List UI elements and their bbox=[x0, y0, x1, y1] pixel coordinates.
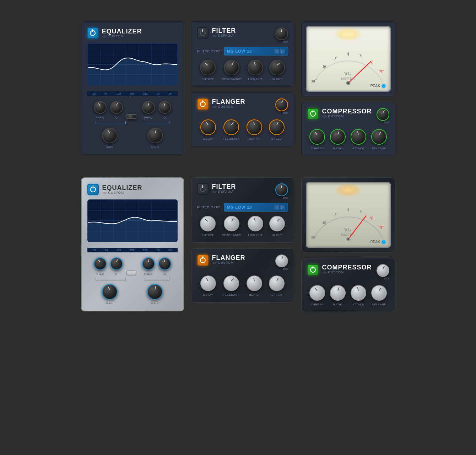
filter2-cutoff-group: CUTOFF bbox=[200, 216, 216, 237]
svg-text:VU: VU bbox=[344, 227, 352, 232]
freq-32: 32 bbox=[93, 92, 96, 95]
flanger-speed-knob[interactable] bbox=[269, 119, 285, 135]
vu-peak-dot bbox=[382, 84, 385, 88]
power-icon bbox=[200, 101, 206, 107]
filter-cutoff-knob[interactable] bbox=[200, 60, 216, 75]
compressor2-attack-knob[interactable] bbox=[351, 285, 366, 301]
compressor-release-knob[interactable] bbox=[371, 129, 387, 145]
eq2-gain1-group: GAIN bbox=[102, 284, 118, 305]
filter2-hicut-knob[interactable] bbox=[269, 216, 285, 231]
compressor-attack-group: ATTACK bbox=[351, 129, 366, 150]
flanger-delay-group: DELAY bbox=[200, 119, 216, 140]
freq-64: 64 bbox=[104, 92, 108, 95]
filter-next-button[interactable]: ▷ bbox=[280, 49, 285, 54]
eq2-subtitle: ◁▷ CUSTOM bbox=[102, 191, 142, 194]
flanger-delay-knob[interactable] bbox=[200, 119, 216, 135]
flanger2-delay-knob[interactable] bbox=[200, 275, 216, 291]
eq-freq1-knob[interactable] bbox=[94, 101, 107, 114]
filter2-prev-button[interactable]: ◁ bbox=[274, 205, 279, 210]
filter-resonance-label: RESONANCE bbox=[222, 77, 241, 81]
eq-freq2-knob[interactable] bbox=[142, 101, 155, 114]
eq2-freq1-knob[interactable] bbox=[94, 257, 107, 270]
filter-mix-knob[interactable] bbox=[275, 27, 288, 40]
compressor-subtitle: ◁▷ CUSTOM bbox=[322, 114, 372, 118]
eq2-q2-knob[interactable] bbox=[158, 257, 171, 270]
row2: EQUALIZER ◁▷ CUSTOM bbox=[81, 177, 395, 312]
compressor-knobs: THRESH RATIO ATTACK bbox=[307, 129, 389, 150]
eq2-freq2-knob-group: FREQ bbox=[142, 257, 155, 275]
compressor2-thresh-knob[interactable] bbox=[309, 285, 325, 301]
compressor-mix-knob[interactable] bbox=[377, 108, 389, 121]
svg-text:VU: VU bbox=[344, 71, 352, 76]
flanger2-feedback-knob[interactable] bbox=[223, 275, 239, 291]
filter2-power-button[interactable] bbox=[197, 183, 209, 195]
filter2-title-group: FILTER ◁▷ DEFAULT bbox=[212, 183, 236, 193]
eq2-gain2-knob[interactable] bbox=[147, 284, 163, 300]
svg-text:20: 20 bbox=[311, 236, 315, 239]
filter2-type-selector[interactable]: MG LOW 18 ◁ ▷ bbox=[224, 203, 288, 212]
filter2-cutoff-knob[interactable] bbox=[200, 216, 216, 231]
eq2-q2-label: Q bbox=[163, 272, 166, 275]
freq-1k: 1K bbox=[156, 92, 160, 95]
eq-power-button[interactable] bbox=[87, 27, 98, 39]
filter-resonance-knob[interactable] bbox=[224, 60, 239, 75]
filter2-lowcut-knob[interactable] bbox=[248, 216, 263, 231]
flanger2-knobs: DELAY FEEDBACK DEPTH bbox=[197, 275, 288, 296]
compressor2-attack-group: ATTACK bbox=[351, 285, 366, 306]
compressor2-power-button[interactable] bbox=[307, 264, 319, 275]
flanger-depth-knob[interactable] bbox=[247, 119, 262, 135]
compressor2-ratio-knob[interactable] bbox=[330, 285, 346, 301]
flanger2-mix-knob[interactable] bbox=[275, 255, 288, 267]
filter-hicut-knob[interactable] bbox=[269, 60, 285, 75]
flanger2-power-button[interactable] bbox=[197, 255, 209, 266]
stereo-icon: ◁▷ bbox=[212, 105, 217, 108]
compressor-ratio-label: RATIO bbox=[333, 147, 342, 150]
compressor-thresh-knob[interactable] bbox=[309, 129, 325, 145]
eq-freq-labels: 32 64 128 256 512 1K 2K bbox=[87, 91, 178, 96]
filter2-resonance-knob[interactable] bbox=[224, 216, 239, 231]
filter2-mix-knob[interactable] bbox=[275, 183, 288, 196]
eq2-power-button[interactable] bbox=[87, 184, 99, 195]
freq-256: 256 bbox=[130, 92, 134, 95]
flanger2-speed-knob[interactable] bbox=[269, 275, 285, 291]
flanger-mix-label: MIX bbox=[283, 111, 288, 114]
eq-header: EQUALIZER ◁▷ CUSTOM bbox=[87, 27, 178, 39]
flanger-power-button[interactable] bbox=[197, 98, 209, 110]
eq-q2-knob[interactable] bbox=[158, 101, 171, 114]
eq-freq1-label: FREQ bbox=[96, 116, 104, 119]
eq-gain1-label: GAIN bbox=[106, 145, 114, 149]
filter2-next-button[interactable]: ▷ bbox=[280, 205, 285, 210]
eq-q1-knob[interactable] bbox=[110, 101, 123, 114]
compressor-attack-knob[interactable] bbox=[351, 129, 366, 145]
eq2-gain1-knob[interactable] bbox=[102, 284, 118, 300]
compressor-title-group: COMPRESSOR ◁▷ CUSTOM bbox=[322, 108, 372, 118]
filter-cutoff-label: CUTOFF bbox=[201, 77, 214, 81]
flanger2-depth-knob[interactable] bbox=[247, 275, 262, 291]
flanger-feedback-knob[interactable] bbox=[223, 119, 239, 135]
filter-prev-button[interactable]: ◁ bbox=[274, 49, 279, 54]
eq-gain1-knob[interactable] bbox=[102, 128, 118, 143]
eq2-q1-knob[interactable] bbox=[110, 257, 123, 270]
compressor2-thresh-group: THRESH bbox=[309, 285, 325, 306]
compressor2-mix-knob[interactable] bbox=[377, 264, 389, 277]
compressor-attack-label: ATTACK bbox=[352, 147, 364, 150]
eq2-q1-label: Q bbox=[115, 272, 118, 275]
eq-dash-knob[interactable] bbox=[126, 114, 136, 119]
compressor-power-button[interactable] bbox=[307, 108, 319, 119]
eq-gain2-knob[interactable] bbox=[147, 128, 163, 143]
filter-power-button[interactable] bbox=[197, 27, 209, 39]
freq2-64: 64 bbox=[105, 248, 108, 252]
flanger-mix-knob[interactable] bbox=[275, 98, 288, 111]
eq2-dash-knob[interactable] bbox=[126, 271, 136, 275]
stereo-icon: ◁▷ bbox=[102, 191, 107, 194]
filter2-lowcut-group: LOW CUT bbox=[248, 216, 263, 237]
eq2-freq2-knob[interactable] bbox=[142, 257, 155, 270]
power-icon bbox=[200, 30, 206, 36]
stereo-icon: ◁▷ bbox=[212, 261, 217, 264]
flanger2-feedback-label: FEEDBACK bbox=[223, 293, 239, 296]
filter-type-selector[interactable]: MG LOW 18 ◁ ▷ bbox=[224, 47, 288, 55]
compressor2-release-knob[interactable] bbox=[371, 285, 387, 301]
filter-lowcut-knob[interactable] bbox=[248, 60, 263, 75]
compressor-title: COMPRESSOR bbox=[322, 108, 372, 114]
compressor-ratio-knob[interactable] bbox=[330, 129, 346, 145]
